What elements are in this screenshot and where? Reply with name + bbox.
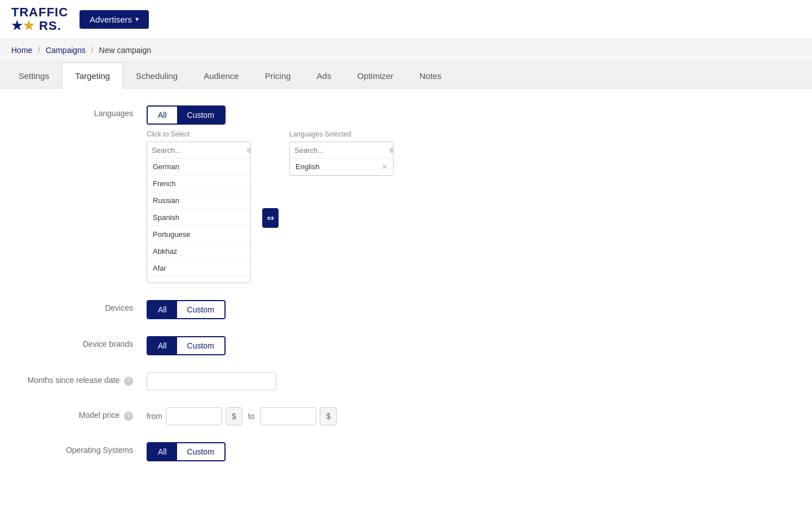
operating-systems-all-btn[interactable]: All xyxy=(148,443,177,460)
languages-toggle: All Custom xyxy=(147,105,226,125)
lang-item-french[interactable]: French xyxy=(147,175,250,192)
price-from-input[interactable] xyxy=(166,407,222,425)
lang-item-russian[interactable]: Russian xyxy=(147,192,250,209)
breadcrumb-campaigns[interactable]: Campaigns xyxy=(46,46,86,55)
breadcrumb-sep-1: / xyxy=(38,46,40,55)
lang-item-afrikaans[interactable]: Afrikaans xyxy=(147,277,250,283)
tab-targeting[interactable]: Targeting xyxy=(62,63,123,89)
months-release-input[interactable] xyxy=(147,372,276,390)
available-language-list: German French Russian Spanish Portuguese… xyxy=(147,158,250,283)
price-to-input[interactable] xyxy=(260,407,316,425)
lang-item-afar[interactable]: Afar xyxy=(147,260,250,277)
devices-label: Devices xyxy=(23,300,147,312)
logo: TRAFFIC ★★ RS. xyxy=(11,6,68,33)
advertisers-button[interactable]: Advertisers xyxy=(80,10,149,29)
available-languages-box: ⊗ German French Russian Spanish Portugue… xyxy=(147,142,251,283)
tab-ads[interactable]: Ads xyxy=(304,63,345,89)
lang-item-german[interactable]: German xyxy=(147,158,250,175)
devices-control: All Custom xyxy=(147,300,496,319)
available-search: ⊗ xyxy=(147,142,250,158)
languages-label: Languages xyxy=(23,105,147,118)
model-price-label: Model price ? xyxy=(23,407,147,421)
operating-systems-row: Operating Systems All Custom xyxy=(23,442,496,461)
main-content: Languages All Custom Click to Select ⊗ xyxy=(0,89,519,495)
logo-text: TRAFFIC ★★ RS. xyxy=(11,6,68,33)
from-currency: $ xyxy=(226,407,242,425)
months-release-help-icon[interactable]: ? xyxy=(124,377,133,386)
tab-audience[interactable]: Audience xyxy=(191,63,252,89)
to-currency: $ xyxy=(320,407,337,425)
header: TRAFFIC ★★ RS. Advertisers xyxy=(0,0,812,39)
to-label: to xyxy=(248,412,255,421)
available-clear-icon[interactable]: ⊗ xyxy=(246,146,251,155)
tab-notes[interactable]: Notes xyxy=(407,63,454,89)
click-to-select-title: Click to Select xyxy=(147,130,251,138)
model-price-row: Model price ? from $ to $ xyxy=(23,407,496,425)
operating-systems-control: All Custom xyxy=(147,442,496,461)
lang-item-abkhaz[interactable]: Abkhaz xyxy=(147,243,250,260)
selected-search-input[interactable] xyxy=(294,146,389,155)
device-brands-row: Device brands All Custom xyxy=(23,336,496,355)
transfer-button-wrap: ⇔ xyxy=(260,153,280,283)
languages-selected-title: Languages Selected xyxy=(289,130,394,138)
lang-item-spanish[interactable]: Spanish xyxy=(147,209,250,226)
lang-selected-english-label: English xyxy=(295,162,320,171)
devices-custom-btn[interactable]: Custom xyxy=(177,301,224,318)
model-price-control: from $ to $ xyxy=(147,407,496,425)
transfer-button[interactable]: ⇔ xyxy=(262,208,279,228)
selected-languages-box: ⊗ English ✕ xyxy=(289,142,394,176)
tabs-container: Settings Targeting Scheduling Audience P… xyxy=(0,62,812,88)
months-release-control xyxy=(147,372,496,390)
breadcrumb-current: New campaign xyxy=(99,46,152,55)
language-selector: Click to Select ⊗ German French Russian … xyxy=(147,130,496,283)
tabs-bar: Settings Targeting Scheduling Audience P… xyxy=(0,62,812,89)
tab-optimizer[interactable]: Optimizer xyxy=(344,63,406,89)
available-search-input[interactable] xyxy=(152,146,246,155)
months-release-row: Months since release date ? xyxy=(23,372,496,390)
lang-item-portuguese[interactable]: Portuguese xyxy=(147,226,250,243)
operating-systems-toggle: All Custom xyxy=(147,442,226,461)
lang-selected-english[interactable]: English ✕ xyxy=(290,158,393,175)
tab-scheduling[interactable]: Scheduling xyxy=(123,63,191,89)
months-release-label: Months since release date ? xyxy=(23,372,147,386)
price-row: from $ to $ xyxy=(147,407,496,425)
breadcrumb-sep-2: / xyxy=(91,46,94,55)
languages-all-btn[interactable]: All xyxy=(148,107,177,124)
available-languages-panel: Click to Select ⊗ German French Russian … xyxy=(147,130,251,283)
device-brands-toggle: All Custom xyxy=(147,336,226,355)
tab-pricing[interactable]: Pricing xyxy=(252,63,304,89)
remove-english-btn[interactable]: ✕ xyxy=(382,163,387,171)
tab-settings[interactable]: Settings xyxy=(6,63,62,89)
devices-row: Devices All Custom xyxy=(23,300,496,319)
model-price-help-icon[interactable]: ? xyxy=(124,412,133,421)
selected-search: ⊗ xyxy=(290,142,393,158)
devices-all-btn[interactable]: All xyxy=(148,301,177,318)
selected-language-list: English ✕ xyxy=(290,158,393,175)
from-label: from xyxy=(147,412,162,421)
selected-clear-icon[interactable]: ⊗ xyxy=(389,146,394,155)
selected-languages-panel: Languages Selected ⊗ English ✕ xyxy=(289,130,394,283)
device-brands-label: Device brands xyxy=(23,336,147,349)
device-brands-control: All Custom xyxy=(147,336,496,355)
breadcrumb-home[interactable]: Home xyxy=(11,46,32,55)
languages-custom-btn[interactable]: Custom xyxy=(177,107,224,124)
breadcrumb: Home / Campaigns / New campaign xyxy=(0,39,812,62)
devices-toggle: All Custom xyxy=(147,300,226,319)
languages-row: Languages All Custom Click to Select ⊗ xyxy=(23,105,496,283)
operating-systems-custom-btn[interactable]: Custom xyxy=(177,443,224,460)
languages-control: All Custom Click to Select ⊗ German Fren… xyxy=(147,105,496,283)
device-brands-custom-btn[interactable]: Custom xyxy=(177,337,224,354)
operating-systems-label: Operating Systems xyxy=(23,442,147,455)
device-brands-all-btn[interactable]: All xyxy=(148,337,177,354)
